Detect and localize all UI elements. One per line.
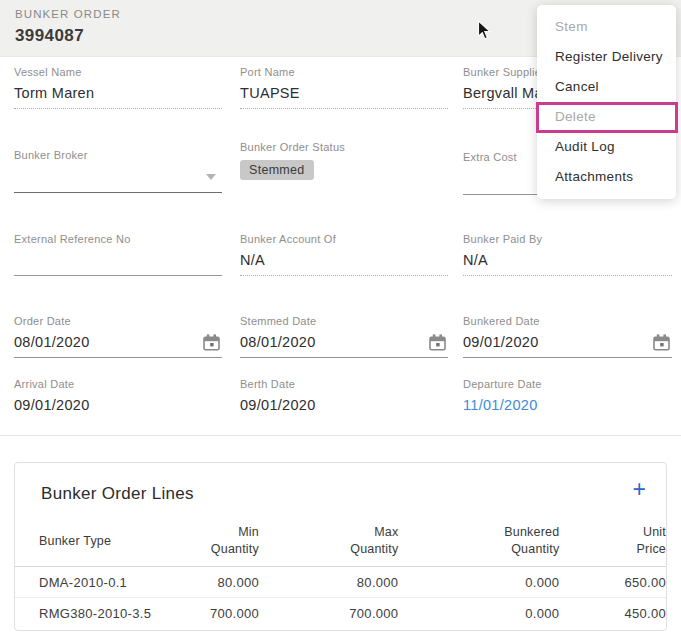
table-row[interactable]: RMG380-2010-3.5 700.000 700.000 0.000 45… xyxy=(15,598,666,629)
menu-item-stem: Stem xyxy=(537,12,676,42)
field-label: External Reference No xyxy=(14,233,222,246)
field-label: Order Date xyxy=(14,315,222,328)
min-quantity-cell: 700.000 xyxy=(169,598,259,629)
bunker-order-lines-panel: Bunker Order Lines + Bunker Type MinQuan… xyxy=(14,462,667,631)
vessel-name-value: Torm Maren xyxy=(14,84,94,102)
field-label: Bunker Paid By xyxy=(463,233,672,246)
max-quantity-cell: 700.000 xyxy=(259,598,398,629)
min-quantity-cell: 80.000 xyxy=(169,567,259,598)
field-label: Arrival Date xyxy=(14,378,222,391)
berth-date-value: 09/01/2020 xyxy=(240,396,316,414)
col-bunkered-quantity: BunkeredQuantity xyxy=(398,522,559,567)
table-header-row: Bunker Type MinQuantity MaxQuantity Bunk… xyxy=(15,522,666,567)
unit-price-cell: 450.00 xyxy=(559,598,666,629)
field-label: Port Name xyxy=(240,66,448,79)
panel-title: Bunker Order Lines xyxy=(41,484,194,504)
unit-price-cell: 650.00 xyxy=(559,567,666,598)
field-bunker-paid-by[interactable]: Bunker Paid By N/A xyxy=(463,233,672,276)
col-max-quantity: MaxQuantity xyxy=(259,522,398,567)
field-vessel-name[interactable]: Vessel Name Torm Maren xyxy=(14,66,222,109)
add-line-button[interactable]: + xyxy=(633,477,646,501)
max-quantity-cell: 80.000 xyxy=(259,567,398,598)
context-menu: Stem Register Delivery Cancel Delete Aud… xyxy=(537,5,676,199)
calendar-icon[interactable] xyxy=(429,334,446,351)
col-unit-price: UnitPrice xyxy=(559,522,666,567)
field-label: Stemmed Date xyxy=(240,315,448,328)
field-stemmed-date[interactable]: Stemmed Date 08/01/2020 xyxy=(240,315,448,358)
section-divider xyxy=(0,435,681,436)
bunker-supplier-value: Bergvall Ma xyxy=(463,84,543,102)
col-min-quantity: MinQuantity xyxy=(169,522,259,567)
field-label: Bunker Account Of xyxy=(240,233,448,246)
menu-item-attachments[interactable]: Attachments xyxy=(537,162,676,192)
order-date-value: 08/01/2020 xyxy=(14,333,90,351)
bunker-account-of-value: N/A xyxy=(240,251,265,269)
menu-item-cancel[interactable]: Cancel xyxy=(537,72,676,102)
port-name-value: TUAPSE xyxy=(240,84,300,102)
field-bunker-order-status: Bunker Order Status Stemmed xyxy=(240,141,448,180)
calendar-icon[interactable] xyxy=(203,334,220,351)
bunkered-date-value: 09/01/2020 xyxy=(463,333,539,351)
order-lines-table: Bunker Type MinQuantity MaxQuantity Bunk… xyxy=(15,522,666,628)
field-label: Bunker Order Status xyxy=(240,141,448,154)
field-label: Bunkered Date xyxy=(463,315,672,328)
field-bunker-broker[interactable]: Bunker Broker xyxy=(14,149,222,193)
field-arrival-date: Arrival Date 09/01/2020 xyxy=(14,378,222,420)
field-bunkered-date[interactable]: Bunkered Date 09/01/2020 xyxy=(463,315,672,358)
bunker-type-cell: RMG380-2010-3.5 xyxy=(15,598,169,629)
calendar-icon[interactable] xyxy=(653,334,670,351)
page-title: BUNKER ORDER xyxy=(15,8,121,20)
field-departure-date: Departure Date 11/01/2020 xyxy=(463,378,672,420)
chevron-down-icon[interactable] xyxy=(206,174,216,180)
field-bunker-account-of[interactable]: Bunker Account Of N/A xyxy=(240,233,448,276)
menu-item-delete: Delete xyxy=(537,102,676,132)
bunkered-quantity-cell: 0.000 xyxy=(398,567,559,598)
col-bunker-type: Bunker Type xyxy=(15,522,169,567)
stemmed-date-value: 08/01/2020 xyxy=(240,333,316,351)
field-port-name[interactable]: Port Name TUAPSE xyxy=(240,66,448,109)
table-row[interactable]: DMA-2010-0.1 80.000 80.000 0.000 650.00 xyxy=(15,567,666,598)
field-label: Bunker Broker xyxy=(14,149,222,162)
bunker-type-cell: DMA-2010-0.1 xyxy=(15,567,169,598)
arrival-date-value: 09/01/2020 xyxy=(14,396,90,414)
bunkered-quantity-cell: 0.000 xyxy=(398,598,559,629)
menu-item-audit-log[interactable]: Audit Log xyxy=(537,132,676,162)
departure-date-link[interactable]: 11/01/2020 xyxy=(463,396,538,414)
field-external-reference-no[interactable]: External Reference No xyxy=(14,233,222,276)
menu-item-register-delivery[interactable]: Register Delivery xyxy=(537,42,676,72)
field-berth-date: Berth Date 09/01/2020 xyxy=(240,378,448,420)
field-label: Departure Date xyxy=(463,378,672,391)
status-badge: Stemmed xyxy=(240,160,314,180)
order-number: 3994087 xyxy=(15,26,84,46)
field-order-date[interactable]: Order Date 08/01/2020 xyxy=(14,315,222,358)
bunker-order-screen: BUNKER ORDER 3994087 Vessel Name Torm Ma… xyxy=(0,0,681,636)
bunker-paid-by-value: N/A xyxy=(463,251,488,269)
field-label: Berth Date xyxy=(240,378,448,391)
field-label: Vessel Name xyxy=(14,66,222,79)
